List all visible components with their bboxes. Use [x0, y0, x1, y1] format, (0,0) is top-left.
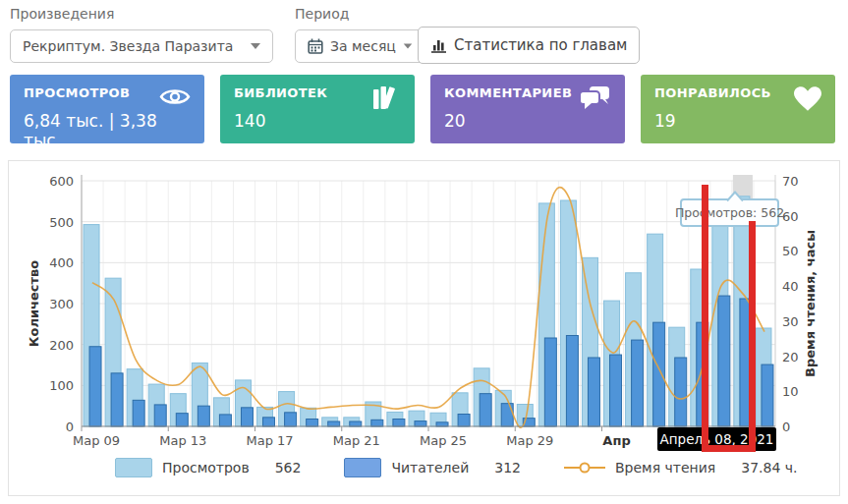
svg-text:70: 70 — [782, 174, 799, 189]
svg-text:500: 500 — [49, 215, 74, 230]
legend-value: 562 — [275, 460, 302, 476]
svg-text:60: 60 — [782, 209, 799, 224]
chevron-down-icon — [251, 43, 260, 49]
readers-swatch — [344, 458, 381, 477]
svg-text:Мар 17: Мар 17 — [246, 433, 293, 448]
legend-label: Читателей — [391, 460, 469, 476]
eye-icon — [159, 86, 191, 111]
works-label: Произведения — [10, 6, 114, 22]
svg-text:300: 300 — [49, 297, 74, 311]
svg-text:Мар 09: Мар 09 — [73, 433, 120, 448]
svg-text:0: 0 — [66, 420, 74, 434]
works-select[interactable]: Рекриптум. Звезда Паразита — [10, 29, 273, 63]
legend-item-reading-time[interactable]: Время чтения 37.84 ч. — [564, 460, 798, 476]
chevron-down-icon — [404, 43, 413, 48]
svg-text:600: 600 — [49, 174, 74, 189]
svg-text:Мар 13: Мар 13 — [159, 433, 206, 448]
bar-chart-icon — [430, 37, 447, 53]
svg-text:30: 30 — [782, 314, 799, 329]
svg-text:Мар 25: Мар 25 — [420, 433, 467, 448]
legend-value: 312 — [494, 460, 521, 476]
svg-text:Просмотров: 562: Просмотров: 562 — [675, 205, 784, 220]
books-icon — [371, 86, 401, 114]
legend-item-views[interactable]: Просмотров 562 — [115, 458, 301, 477]
svg-text:Апрель 08, 2021: Апрель 08, 2021 — [660, 431, 774, 447]
svg-text:50: 50 — [782, 244, 799, 258]
chapter-stats-button-label: Статистика по главам — [454, 36, 627, 54]
period-button-value: За месяц — [330, 38, 396, 54]
svg-text:Количество: Количество — [27, 260, 41, 347]
legend-label: Просмотров — [162, 460, 250, 476]
period-button[interactable]: За месяц — [295, 29, 425, 63]
stat-card-value: 6,84 тыс. | 3,38 тыс. — [24, 111, 191, 150]
svg-text:Мар 29: Мар 29 — [506, 433, 553, 448]
stat-card-likes: ПОНРАВИЛОСЬ 19 — [641, 75, 835, 143]
svg-text:Время чтения, часы: Время чтения, часы — [803, 230, 818, 377]
legend-label: Время чтения — [615, 460, 715, 476]
svg-text:200: 200 — [49, 338, 74, 353]
views-swatch — [115, 458, 152, 477]
svg-text:Мар 21: Мар 21 — [333, 433, 380, 448]
statistics-chart-panel: 0100200300400500600010203040506070Мар 09… — [8, 160, 840, 496]
line-series-icon — [564, 461, 605, 475]
legend-value: 37.84 ч. — [741, 460, 797, 476]
comments-icon — [578, 86, 611, 114]
svg-text:400: 400 — [49, 255, 74, 270]
stat-card-comments: КОММЕНТАРИЕВ 20 — [430, 75, 625, 143]
heart-icon — [794, 86, 821, 115]
svg-text:0: 0 — [782, 420, 790, 434]
stat-card-libraries: БИБЛИОТЕК 140 — [220, 75, 415, 143]
stat-card-value: 20 — [444, 111, 611, 131]
svg-text:10: 10 — [782, 384, 799, 399]
chart-legend: Просмотров 562 Читателей 312 Время чтени… — [115, 458, 798, 477]
calendar-icon — [308, 38, 323, 54]
svg-text:Апр: Апр — [602, 433, 630, 448]
svg-text:40: 40 — [782, 279, 799, 294]
chapter-stats-button[interactable]: Статистика по главам — [418, 27, 640, 64]
period-label: Период — [295, 6, 349, 22]
works-select-value: Рекриптум. Звезда Паразита — [23, 38, 233, 54]
stat-card-views: ПРОСМОТРОВ 6,84 тыс. | 3,38 тыс. — [10, 75, 204, 143]
svg-text:100: 100 — [49, 378, 74, 393]
chart-canvas[interactable]: 0100200300400500600010203040506070Мар 09… — [9, 161, 839, 456]
svg-text:20: 20 — [782, 350, 799, 364]
stat-card-value: 140 — [234, 111, 401, 131]
legend-item-readers[interactable]: Читателей 312 — [344, 458, 521, 477]
